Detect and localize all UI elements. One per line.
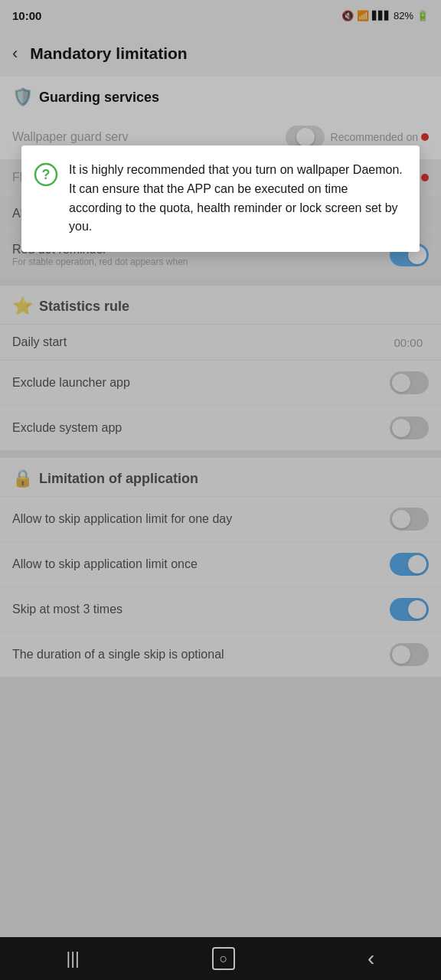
dialog-message: It is highly recommended that you turn o… xyxy=(69,161,404,237)
info-icon: ? xyxy=(34,162,58,187)
recommendation-dialog: ? It is highly recommended that you turn… xyxy=(21,145,420,252)
svg-text:?: ? xyxy=(42,167,51,182)
dialog-overlay[interactable]: ? It is highly recommended that you turn… xyxy=(0,0,441,980)
